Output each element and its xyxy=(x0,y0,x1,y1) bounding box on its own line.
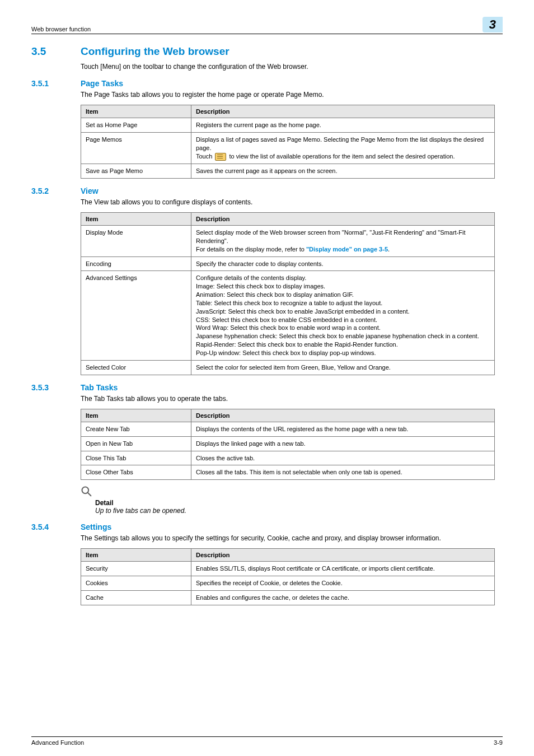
table-row: Create New Tab Displays the contents of … xyxy=(81,422,495,436)
table-row: Cookies Specifies the receipt of Cookie,… xyxy=(81,576,495,591)
detail-note: Detail Up to five tabs can be opened. xyxy=(81,486,503,515)
svg-line-1 xyxy=(88,493,91,496)
detail-body: Up to five tabs can be opened. xyxy=(95,507,503,515)
desc-post: to view the list of available operations… xyxy=(227,153,455,160)
heading-title: Settings xyxy=(81,522,111,531)
cell-item: Close This Tab xyxy=(81,451,191,465)
heading-number: 3.5 xyxy=(31,45,65,58)
cell-item: Create New Tab xyxy=(81,422,191,436)
cell-item: Security xyxy=(81,562,191,576)
detail-label: Detail xyxy=(95,499,503,507)
heading-title: Tab Tasks xyxy=(81,383,118,392)
running-header-title: Web browser function xyxy=(31,26,91,32)
heading-number: 3.5.3 xyxy=(31,383,65,392)
heading-3-5: 3.5 Configuring the Web browser xyxy=(31,45,503,58)
table-row: Display Mode Select display mode of the … xyxy=(81,226,495,257)
table-row: Security Enables SSL/TLS, displays Root … xyxy=(81,562,495,576)
table-header-row: Item Description xyxy=(81,213,495,226)
heading-number: 3.5.2 xyxy=(31,186,65,195)
cell-desc: Closes all the tabs. This item is not se… xyxy=(191,465,495,480)
table-view: Item Description Display Mode Select dis… xyxy=(81,212,495,375)
table-header-row: Item Description xyxy=(81,549,495,562)
heading-3-5-3: 3.5.3 Tab Tasks xyxy=(31,383,503,392)
cell-item: Open in New Tab xyxy=(81,436,191,451)
table-row: Close Other Tabs Closes all the tabs. Th… xyxy=(81,465,495,480)
chapter-badge: 3 xyxy=(483,17,503,32)
cell-desc: Select the color for selected item from … xyxy=(191,360,495,375)
table-row: Encoding Specify the character code to d… xyxy=(81,256,495,271)
table-row: Cache Enables and configures the cache, … xyxy=(81,591,495,605)
cell-desc: Registers the current page as the home p… xyxy=(191,118,495,133)
cell-item: Close Other Tabs xyxy=(81,465,191,480)
running-header: Web browser function 3 xyxy=(31,17,503,34)
cell-item: Display Mode xyxy=(81,226,191,257)
cell-item: Selected Color xyxy=(81,360,191,375)
section-intro: The Page Tasks tab allows you to registe… xyxy=(81,90,503,99)
col-item: Item xyxy=(81,213,191,226)
magnifier-icon xyxy=(81,486,92,499)
cell-item: Cache xyxy=(81,591,191,605)
table-header-row: Item Description xyxy=(81,105,495,118)
col-desc: Description xyxy=(191,105,495,118)
table-row: Close This Tab Closes the active tab. xyxy=(81,451,495,465)
col-desc: Description xyxy=(191,549,495,562)
cross-reference-link[interactable]: "Display mode" on page 3-5 xyxy=(306,246,388,253)
cell-desc: Displays a list of pages saved as Page M… xyxy=(191,133,495,164)
list-icon xyxy=(215,153,226,161)
heading-title: Configuring the Web browser xyxy=(81,45,229,58)
section-intro: The Settings tab allows you to specify t… xyxy=(81,534,503,543)
table-header-row: Item Description xyxy=(81,409,495,422)
page-footer: Advanced Function 3-9 xyxy=(31,736,503,746)
table-row: Open in New Tab Displays the linked page… xyxy=(81,436,495,451)
heading-title: View xyxy=(81,186,99,195)
heading-3-5-4: 3.5.4 Settings xyxy=(31,522,503,531)
heading-number: 3.5.4 xyxy=(31,522,65,531)
cell-desc: Saves the current page as it appears on … xyxy=(191,164,495,179)
cell-desc: Enables SSL/TLS, displays Root certifica… xyxy=(191,562,495,576)
cell-desc: Closes the active tab. xyxy=(191,451,495,465)
table-row: Save as Page Memo Saves the current page… xyxy=(81,164,495,179)
col-item: Item xyxy=(81,105,191,118)
cell-item: Save as Page Memo xyxy=(81,164,191,179)
cell-item: Page Memos xyxy=(81,133,191,164)
section-intro: Touch [Menu] on the toolbar to change th… xyxy=(81,62,503,71)
table-row: Advanced Settings Configure details of t… xyxy=(81,271,495,360)
col-desc: Description xyxy=(191,213,495,226)
table-settings: Item Description Security Enables SSL/TL… xyxy=(81,548,495,605)
cell-desc: Configure details of the contents displa… xyxy=(191,271,495,360)
col-item: Item xyxy=(81,409,191,422)
cell-item: Cookies xyxy=(81,576,191,591)
section-intro: The Tab Tasks tab allows you to operate … xyxy=(81,394,503,403)
desc-post: . xyxy=(388,246,390,253)
cell-desc: Displays the linked page with a new tab. xyxy=(191,436,495,451)
table-row: Selected Color Select the color for sele… xyxy=(81,360,495,375)
footer-right: 3-9 xyxy=(494,739,503,746)
cell-desc: Specify the character code to display co… xyxy=(191,256,495,271)
cell-desc: Select display mode of the Web browser s… xyxy=(191,226,495,257)
table-row: Page Memos Displays a list of pages save… xyxy=(81,133,495,164)
footer-left: Advanced Function xyxy=(31,739,84,746)
table-row: Set as Home Page Registers the current p… xyxy=(81,118,495,133)
cell-item: Encoding xyxy=(81,256,191,271)
heading-3-5-2: 3.5.2 View xyxy=(31,186,503,195)
heading-3-5-1: 3.5.1 Page Tasks xyxy=(31,79,503,88)
table-page-tasks: Item Description Set as Home Page Regist… xyxy=(81,105,495,178)
cell-item: Advanced Settings xyxy=(81,271,191,360)
heading-number: 3.5.1 xyxy=(31,79,65,88)
cell-desc: Enables and configures the cache, or del… xyxy=(191,591,495,605)
col-item: Item xyxy=(81,549,191,562)
cell-desc: Specifies the receipt of Cookie, or dele… xyxy=(191,576,495,591)
cell-desc: Displays the contents of the URL registe… xyxy=(191,422,495,436)
section-intro: The View tab allows you to configure dis… xyxy=(81,198,503,207)
col-desc: Description xyxy=(191,409,495,422)
table-tab-tasks: Item Description Create New Tab Displays… xyxy=(81,409,495,480)
cell-item: Set as Home Page xyxy=(81,118,191,133)
heading-title: Page Tasks xyxy=(81,79,123,88)
